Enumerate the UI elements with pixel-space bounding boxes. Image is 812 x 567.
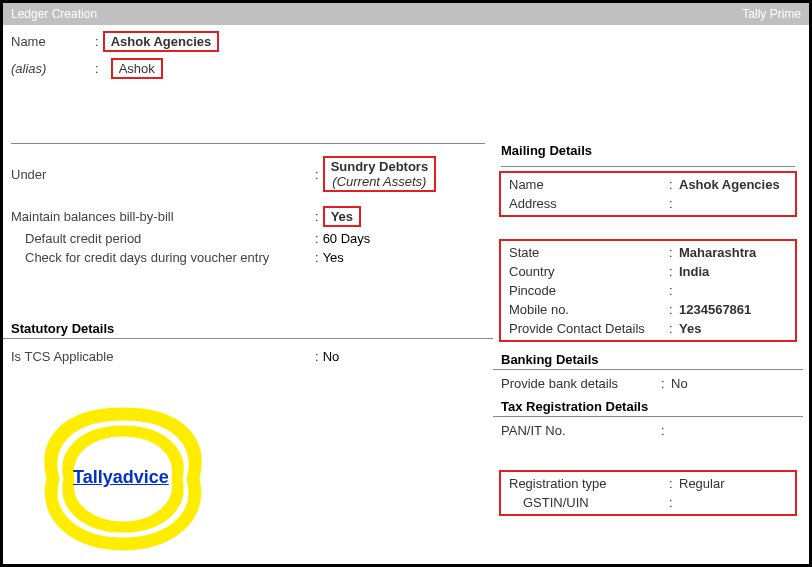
title-right: Tally Prime (742, 7, 801, 21)
under-value: Sundry Debtors (331, 159, 429, 174)
banking-head: Banking Details (493, 348, 803, 370)
creditperiod-row: Default credit period : 60 Days (3, 229, 493, 248)
pincode-label: Pincode (509, 283, 669, 298)
watermark: Tallyadvice (33, 399, 243, 567)
under-row: Under : Sundry Debtors (Current Assets) (3, 154, 493, 194)
alias-row: (alias) : Ashok (3, 56, 809, 81)
title-left: Ledger Creation (11, 7, 97, 21)
name-label: Name (11, 34, 91, 49)
checkcredit-row: Check for credit days during voucher ent… (3, 248, 493, 267)
tcs-label: Is TCS Applicable (11, 349, 311, 364)
country-label: Country (509, 264, 669, 279)
country-value[interactable]: India (679, 264, 787, 279)
mailing-name-label: Name (509, 177, 669, 192)
mailing-name-row: Name : Ashok Agencies (501, 175, 795, 194)
alias-value[interactable]: Ashok (111, 58, 163, 79)
contact-value[interactable]: Yes (679, 321, 787, 336)
mailing-name-value[interactable]: Ashok Agencies (679, 177, 787, 192)
gstin-label: GSTIN/UIN (509, 495, 669, 510)
mailing-head: Mailing Details (493, 139, 803, 162)
billbybill-row: Maintain balances bill-by-bill : Yes (3, 204, 493, 229)
pan-label: PAN/IT No. (501, 423, 661, 438)
regtype-label: Registration type (509, 476, 669, 491)
billbybill-value[interactable]: Yes (323, 206, 361, 227)
under-sub: (Current Assets) (332, 174, 426, 189)
pan-value[interactable] (671, 423, 795, 438)
creditperiod-label: Default credit period (25, 231, 311, 246)
mailing-address-row: Address : (501, 194, 795, 213)
window-frame: Ledger Creation Tally Prime Name : Ashok… (0, 0, 812, 567)
tcs-row: Is TCS Applicable : No (3, 347, 493, 366)
location-box: State:Maharashtra Country:India Pincode:… (499, 239, 797, 342)
tcs-value[interactable]: No (323, 349, 340, 364)
regtype-box: Registration type:Regular GSTIN/UIN: (499, 470, 797, 516)
under-valuebox[interactable]: Sundry Debtors (Current Assets) (323, 156, 437, 192)
mobile-value[interactable]: 1234567861 (679, 302, 787, 317)
contact-label: Provide Contact Details (509, 321, 669, 336)
under-label: Under (11, 167, 311, 182)
titlebar: Ledger Creation Tally Prime (3, 3, 809, 25)
mailing-address-value[interactable] (679, 196, 787, 211)
checkcredit-label: Check for credit days during voucher ent… (25, 250, 311, 265)
gstin-value[interactable] (679, 495, 787, 510)
pincode-value[interactable] (679, 283, 787, 298)
checkcredit-value[interactable]: Yes (323, 250, 344, 265)
mailing-address-label: Address (509, 196, 669, 211)
alias-label: (alias) (11, 61, 91, 76)
bankdetails-label: Provide bank details (501, 376, 661, 391)
name-row: Name : Ashok Agencies (3, 29, 809, 54)
mailing-box: Name : Ashok Agencies Address : (499, 171, 797, 217)
state-value[interactable]: Maharashtra (679, 245, 787, 260)
statutory-head: Statutory Details (3, 317, 493, 339)
mobile-label: Mobile no. (509, 302, 669, 317)
name-value[interactable]: Ashok Agencies (103, 31, 220, 52)
billbybill-label: Maintain balances bill-by-bill (11, 209, 311, 224)
taxreg-head: Tax Registration Details (493, 395, 803, 417)
bankdetails-value[interactable]: No (671, 376, 795, 391)
state-label: State (509, 245, 669, 260)
creditperiod-value[interactable]: 60 Days (323, 231, 371, 246)
regtype-value[interactable]: Regular (679, 476, 787, 491)
watermark-text: Tallyadvice (73, 467, 169, 488)
